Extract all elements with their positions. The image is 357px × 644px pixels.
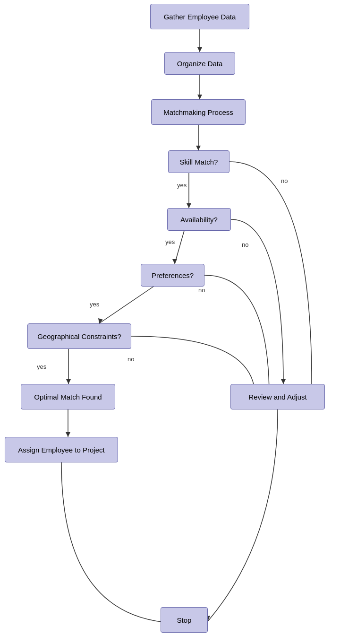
- box-geoconstraints: Geographical Constraints?: [27, 323, 131, 349]
- svg-marker-16: [66, 379, 71, 384]
- flowchart-diagram: Gather Employee DataOrganize DataMatchma…: [0, 0, 357, 644]
- label-no-avail: no: [242, 241, 248, 248]
- svg-marker-3: [197, 95, 202, 99]
- box-preferences: Preferences?: [141, 264, 204, 287]
- label-yes-skill: yes: [177, 182, 187, 189]
- svg-marker-10: [172, 259, 177, 264]
- box-availability: Availability?: [167, 208, 231, 231]
- svg-marker-1: [197, 47, 202, 52]
- svg-line-9: [175, 231, 184, 264]
- box-organize: Organize Data: [164, 52, 235, 75]
- svg-marker-7: [187, 203, 191, 208]
- svg-marker-11: [281, 379, 286, 384]
- box-optimal: Optimal Match Found: [21, 384, 115, 409]
- box-skillmatch: Skill Match?: [168, 150, 230, 173]
- box-matchmaking: Matchmaking Process: [151, 99, 246, 125]
- svg-marker-5: [196, 146, 201, 150]
- box-gather: Gather Employee Data: [150, 4, 249, 29]
- label-no-skill: no: [281, 177, 288, 184]
- box-review: Review and Adjust: [230, 384, 325, 409]
- label-yes-pref: yes: [90, 301, 99, 308]
- svg-line-12: [99, 287, 153, 323]
- label-yes-avail: yes: [165, 238, 175, 245]
- label-no-pref: no: [198, 287, 205, 294]
- arrows-svg: [0, 0, 357, 644]
- box-assign: Assign Employee to Project: [5, 437, 118, 462]
- label-yes-geo: yes: [37, 363, 46, 370]
- box-stop: Stop: [161, 607, 208, 633]
- svg-marker-19: [66, 432, 70, 437]
- svg-marker-13: [98, 318, 103, 323]
- label-no-geo: no: [128, 356, 134, 363]
